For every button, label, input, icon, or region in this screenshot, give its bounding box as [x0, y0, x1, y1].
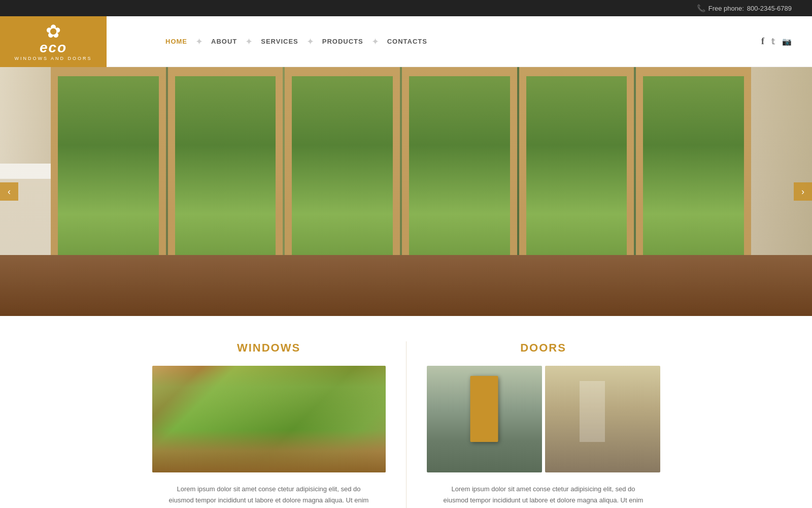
nav-sep-4: ✦ — [371, 36, 379, 47]
logo-leaf-icon: ✿ — [46, 22, 61, 41]
door-image-1 — [427, 366, 542, 472]
hero-next-button[interactable]: › — [794, 182, 812, 201]
twitter-icon[interactable]: 𝕥 — [771, 37, 775, 46]
nav-item-contacts[interactable]: CONTACTS — [379, 38, 435, 45]
nav-item-about[interactable]: ABOUT — [203, 38, 245, 45]
door-image-2 — [545, 366, 660, 472]
nav-about-label: ABOUT — [211, 38, 237, 45]
nav-item-services[interactable]: SERVICES — [253, 38, 307, 45]
logo-text: eco — [40, 41, 67, 55]
hero-prev-button[interactable]: ‹ — [0, 182, 18, 201]
logo[interactable]: ✿ eco WINDOWS AND DOORS — [0, 16, 107, 67]
windows-images — [152, 366, 386, 472]
nav-sep-3: ✦ — [307, 36, 314, 47]
hero-slider: ‹ › — [0, 67, 812, 316]
window-photo — [152, 366, 386, 472]
instagram-icon[interactable]: 📷 — [782, 37, 792, 46]
nav-item-home[interactable]: HOME — [157, 38, 195, 45]
facebook-icon[interactable]: f — [761, 36, 764, 47]
windows-section: WINDOWS Lorem ipsum dolor sit amet conse… — [132, 341, 406, 508]
door-photo-2 — [545, 366, 660, 472]
hero-image — [0, 67, 812, 316]
nav-products-label: PRODUCTS — [322, 38, 363, 45]
product-sections: WINDOWS Lorem ipsum dolor sit amet conse… — [0, 341, 812, 508]
social-links: f 𝕥 📷 — [761, 36, 792, 47]
nav-contacts-label: CONTACTS — [387, 38, 427, 45]
nav-services-label: SERVICES — [261, 38, 298, 45]
doors-section: DOORS Lorem ipsum dolor sit amet conse c… — [407, 341, 681, 508]
windows-description: Lorem ipsum dolor sit amet conse ctetur … — [167, 484, 370, 508]
nav-sep-1: ✦ — [195, 36, 203, 47]
phone-icon: 📞 — [697, 4, 705, 12]
door-photo-1 — [427, 366, 542, 472]
windows-title: WINDOWS — [237, 341, 300, 355]
hero-overlay — [0, 67, 812, 316]
logo-subtext: WINDOWS AND DOORS — [14, 56, 92, 61]
doors-title: DOORS — [520, 341, 566, 355]
header: ✿ eco WINDOWS AND DOORS HOME ✦ ABOUT ✦ S… — [0, 16, 812, 67]
phone-info: 📞 Free phone: 800-2345-6789 — [697, 4, 792, 12]
main-content: WINDOWS Lorem ipsum dolor sit amet conse… — [0, 316, 812, 508]
hero-next-icon: › — [801, 186, 804, 197]
doors-images — [427, 366, 660, 472]
doors-description: Lorem ipsum dolor sit amet conse ctetur … — [442, 484, 645, 508]
main-nav: HOME ✦ ABOUT ✦ SERVICES ✦ PRODUCTS ✦ CON… — [157, 36, 761, 47]
phone-label: Free phone: — [708, 5, 744, 12]
nav-home-label: HOME — [165, 38, 187, 45]
hero-prev-icon: ‹ — [8, 186, 11, 197]
nav-sep-2: ✦ — [245, 36, 253, 47]
nav-item-products[interactable]: PRODUCTS — [314, 38, 371, 45]
window-image — [152, 366, 386, 472]
top-bar: 📞 Free phone: 800-2345-6789 — [0, 0, 812, 16]
phone-number: 800-2345-6789 — [747, 5, 792, 12]
